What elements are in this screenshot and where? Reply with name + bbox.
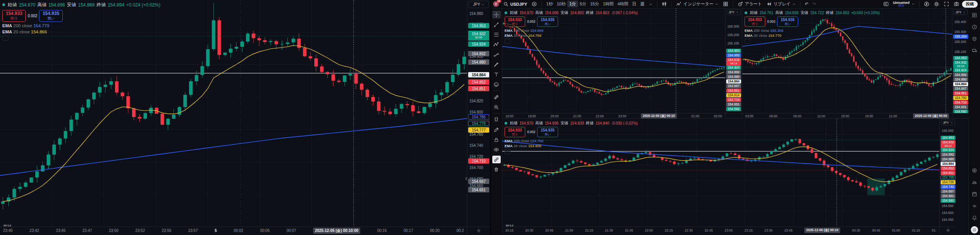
alert-button[interactable]: アラート <box>736 1 763 7</box>
chart-plot-bottom[interactable]: 始値154.870高値154.896安値154.838終値154.840-0.0… <box>502 119 939 227</box>
drawing-toolbar <box>491 8 502 235</box>
emoji-tool[interactable] <box>492 81 501 88</box>
currency-dropdown[interactable]: JPY <box>469 1 489 8</box>
timeframe-15分[interactable]: 15分 <box>588 1 601 7</box>
price-label-gray: 154.667 <box>941 189 956 194</box>
legend-collapse-button[interactable] <box>505 149 511 154</box>
layout-name-button[interactable]: Unnamed 保存 <box>892 0 916 8</box>
price-scale[interactable]: JPY154.980154.960154.940154.900154.82015… <box>467 0 490 227</box>
price-scale[interactable]: JPY155.300155.200155.100154.953154.95015… <box>725 8 742 113</box>
sell-button[interactable]: 154.933売り <box>745 16 765 27</box>
time-tick: 20:45 <box>545 228 553 232</box>
chart-plot-left[interactable]: 始値154.870高値154.896安値154.868終値154.894+0.0… <box>0 0 467 227</box>
sidebar-streams-button[interactable] <box>970 202 979 209</box>
snapshot-button[interactable] <box>952 1 961 7</box>
timeframe-1分[interactable]: 1分 <box>567 1 578 7</box>
legend-collapse-button[interactable] <box>745 39 751 44</box>
trendline-tool[interactable] <box>492 21 501 28</box>
buy-button[interactable]: 154.935買い <box>777 16 798 27</box>
timeframe-5分[interactable]: 5分 <box>578 1 588 7</box>
sell-button[interactable]: 154.933売り <box>2 10 26 22</box>
redo-button[interactable]: ↷ <box>811 1 817 7</box>
sidebar-chat-button[interactable] <box>970 47 979 54</box>
left-chart-window: 始値154.870高値154.896安値154.868終値154.894+0.0… <box>0 0 491 235</box>
buy-price: 154.935 <box>781 18 794 22</box>
multichart-layout-button[interactable] <box>882 1 890 7</box>
legend-collapse-button[interactable] <box>505 39 511 44</box>
fib-retracement-tool[interactable] <box>492 31 501 38</box>
timeframe-1時間[interactable]: 1時間 <box>601 1 616 7</box>
measure-tool[interactable] <box>492 93 501 101</box>
remove-drawings-tool[interactable] <box>492 166 501 173</box>
lock-icon <box>493 137 499 143</box>
sidebar-screener-button[interactable] <box>970 167 979 174</box>
crosshair-tool[interactable] <box>492 11 501 18</box>
layers-icon <box>972 36 977 42</box>
timeframe-日[interactable]: 日 <box>630 1 638 7</box>
sell-button[interactable]: 154.933売り <box>505 16 525 27</box>
sidebar-apps-grid-button[interactable] <box>971 226 978 233</box>
lock-drawings-tool[interactable] <box>492 136 501 143</box>
timeframe-10秒[interactable]: 10秒 <box>555 1 567 7</box>
sidebar-notifications-button[interactable] <box>970 214 979 221</box>
chart-plot-top-left[interactable]: 始値154.870高値154.896安値154.800終値154.803-0.0… <box>502 8 725 113</box>
sync-drawings-tool[interactable] <box>492 156 501 163</box>
brush-tool[interactable] <box>492 61 501 68</box>
xabcd-pattern-tool[interactable] <box>492 41 501 48</box>
fullscreen-button[interactable] <box>942 1 951 7</box>
axis-settings-button[interactable] <box>477 227 481 234</box>
time-tick: 23:55 <box>162 228 172 233</box>
text-tool[interactable] <box>492 71 501 78</box>
legend-collapse-button[interactable] <box>2 36 8 41</box>
sidebar-watchlist-button[interactable] <box>970 12 979 18</box>
zoom-in-tool[interactable] <box>492 103 501 111</box>
timeframe-4時間[interactable]: 4時間 <box>616 1 630 7</box>
currency-dropdown[interactable]: JPY <box>727 9 741 15</box>
hide-drawings-tool[interactable] <box>492 146 501 153</box>
avatar-initial: Y <box>495 2 497 6</box>
chart-style-button[interactable] <box>660 1 669 7</box>
price-label-blue: 154.950 <box>726 53 741 58</box>
time-axis[interactable]: 18:0019:0020:0021:0022:0023:002025-12-05… <box>502 113 725 118</box>
time-tick: 22:00 <box>596 114 604 118</box>
publish-button[interactable]: 投稿 <box>962 1 978 8</box>
price-label-red: 154.851 <box>953 91 968 95</box>
timeframe-1秒[interactable]: 1秒 <box>544 1 555 7</box>
price-scale[interactable]: JPY155.000154.550154.500154.450154.95315… <box>939 119 956 227</box>
currency-dropdown[interactable]: JPY <box>941 120 955 125</box>
link-icon <box>493 157 499 163</box>
buy-button[interactable]: 154.935買い <box>39 10 62 22</box>
timeframe-dropdown[interactable] <box>647 2 654 7</box>
time-axis[interactable]: 23:4023:4223:4523:4723:5023:5223:5523:57… <box>0 227 467 234</box>
time-axis[interactable]: 03:0006:0009:0012:0015:0018:0021:002025-… <box>742 113 952 118</box>
price-label-green: 154.93209:14 <box>953 61 968 68</box>
buy-button[interactable]: 154.935買い <box>537 16 558 27</box>
sell-button[interactable]: 154.933売り <box>505 127 525 137</box>
replay-button[interactable]: リプレイ <box>764 1 797 7</box>
user-avatar[interactable]: Y 11 <box>493 1 499 7</box>
price-scale[interactable]: JPY155.400155.300155.200155.100155.00015… <box>952 8 969 113</box>
buy-button[interactable]: 154.935買い <box>537 127 558 137</box>
sidebar-object-tree-button[interactable] <box>970 35 979 42</box>
time-axis[interactable]: 20:1520:3020:4521:0021:1521:3021:4522:00… <box>502 227 939 234</box>
drawing-mode-tool[interactable] <box>492 126 501 133</box>
compare-add-button[interactable] <box>530 1 539 7</box>
symbol-search-button[interactable]: USDJPY <box>501 1 529 7</box>
magnet-tool[interactable] <box>492 116 501 123</box>
sell-price: 154.933 <box>508 128 522 133</box>
currency-dropdown[interactable]: JPY <box>954 9 968 15</box>
magnet-icon <box>493 117 499 123</box>
layout-templates-button[interactable] <box>721 1 730 7</box>
sidebar-ideas-button[interactable] <box>970 179 979 186</box>
price-label-white: 154.864 <box>468 72 489 77</box>
settings-button[interactable] <box>932 1 941 7</box>
forecast-tool[interactable] <box>492 51 501 58</box>
indicators-button[interactable]: インジケーター <box>675 1 720 7</box>
chart-plot-top-right[interactable]: 始値154.761高値154.896安値154.722終値154.803+0.0… <box>742 8 952 113</box>
sidebar-alerts-panel-button[interactable] <box>970 23 979 30</box>
axis-settings-button[interactable] <box>946 227 950 234</box>
quick-search-button[interactable] <box>922 1 931 7</box>
sidebar-calendar-button[interactable] <box>970 191 979 197</box>
timeframe-週[interactable]: 週 <box>638 1 646 7</box>
undo-button[interactable]: ↶ <box>803 1 810 7</box>
